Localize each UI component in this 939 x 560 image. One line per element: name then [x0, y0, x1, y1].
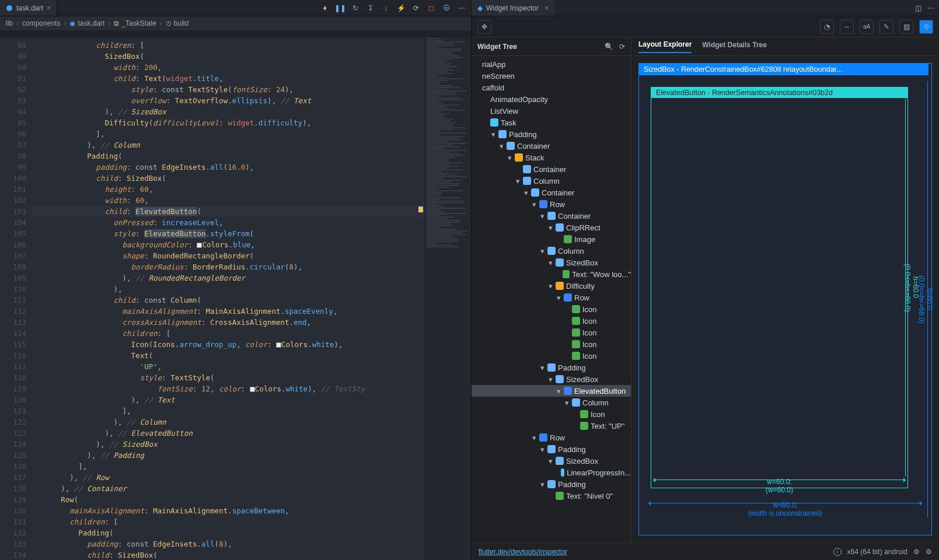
reload-icon[interactable]: ⟳	[411, 4, 421, 13]
tree-node[interactable]: ▾Padding	[472, 478, 631, 490]
tree-node[interactable]: Container	[472, 163, 631, 175]
tab-layout-explorer[interactable]: Layout Explorer	[638, 40, 692, 53]
tab-widget-details-tree[interactable]: Widget Details Tree	[702, 41, 767, 52]
baselines-icon[interactable]: aA	[860, 20, 874, 34]
layout-inner-width: w=60.0; (w=60.0)	[651, 478, 908, 494]
tree-node[interactable]: ▾Padding	[472, 362, 631, 373]
guidelines-icon[interactable]: ↔	[840, 20, 854, 34]
tree-node[interactable]: ▾Difficulty	[472, 280, 631, 292]
widget-tree[interactable]: rialAppneScreencaffoldAnimatedOpacityLis…	[472, 56, 631, 542]
tree-node[interactable]: Icon	[472, 315, 631, 327]
window-tab-bar: task.dart × ❚❚ ↻ ↧ ↓ ⚡ ⟳ ◻ ⦿ ⋯ ◆ Widget …	[0, 0, 939, 16]
restart-icon[interactable]: ↻	[351, 4, 360, 13]
inspector-footer: flutter.dev/devtools/inspector i x64 (64…	[472, 542, 939, 560]
pause-icon[interactable]: ❚❚	[336, 4, 345, 13]
tree-node[interactable]: ▾Row	[472, 432, 631, 443]
tree-node[interactable]: Icon	[472, 327, 631, 338]
tree-node[interactable]: ▾SizedBox	[472, 257, 631, 268]
stop-icon[interactable]: ◻	[427, 4, 436, 13]
inspector-tab-title: Widget Inspector	[486, 4, 539, 12]
tree-node[interactable]: Icon	[472, 350, 631, 362]
tree-node[interactable]: ▾Padding	[472, 128, 631, 140]
layout-explorer-canvas[interactable]: SizedBox - RenderConstrainedBox#62808 re…	[631, 56, 939, 542]
repaint-icon[interactable]: ✎	[879, 20, 893, 34]
footer-settings-icon[interactable]: ⚙	[913, 548, 920, 556]
settings-icon[interactable]: ⚙	[919, 20, 933, 34]
flutter-icon: ◆	[477, 4, 483, 12]
editor-tab-task[interactable]: task.dart ×	[0, 0, 57, 16]
layout-outer-width: w=60.0; (width is unconstrained)	[646, 501, 924, 517]
code-editor[interactable]: 8889909192939495969798991001011021031041…	[0, 37, 471, 560]
widget-inspector-pane: Widget Tree 🔍 ⟳ rialAppneScreencaffoldAn…	[471, 37, 939, 560]
tree-node[interactable]: AnimatedOpacity	[472, 93, 631, 105]
tree-node[interactable]: ▾SizedBox	[472, 455, 631, 467]
tree-node[interactable]: ▾Container	[472, 187, 631, 198]
tree-node[interactable]: rialApp	[472, 58, 631, 70]
tree-node[interactable]: neScreen	[472, 70, 631, 82]
hot-reload-icon[interactable]	[320, 4, 330, 13]
tree-node[interactable]: ▾Padding	[472, 443, 631, 455]
tree-node[interactable]: ▾Column	[472, 175, 631, 187]
split-editor-icon[interactable]: ◫	[915, 4, 921, 12]
layout-outer-box[interactable]: SizedBox - RenderConstrainedBox#62808 re…	[638, 63, 932, 536]
layout-outer-height: h=60.0 (0.0<=h<=68.0)	[917, 71, 934, 528]
step-over-icon[interactable]: ↧	[366, 4, 375, 13]
tree-node[interactable]: ▾Container	[472, 140, 631, 152]
flash-icon[interactable]: ⚡	[396, 4, 406, 13]
refresh-tree-icon[interactable]: ⟳	[619, 43, 625, 51]
devtools-docs-link[interactable]: flutter.dev/devtools/inspector	[479, 548, 567, 556]
slow-animations-icon[interactable]: ◔	[820, 20, 834, 34]
tree-node[interactable]: Icon	[472, 303, 631, 315]
tree-node[interactable]: ▾ClipRRect	[472, 222, 631, 233]
footer-gear-icon[interactable]: ⚙	[926, 548, 932, 556]
tree-node[interactable]: Task	[472, 117, 631, 128]
layout-outer-label: SizedBox - RenderConstrainedBox#62808 re…	[639, 64, 928, 75]
line-number-gutter: 8889909192939495969798991001011021031041…	[0, 37, 32, 560]
select-widget-mode-icon[interactable]: ✥	[477, 20, 491, 34]
svg-point-0	[6, 5, 12, 11]
tree-node[interactable]: ▾Column	[472, 397, 631, 408]
tree-node[interactable]: ▾SizedBox	[472, 373, 631, 385]
detail-tabs: Layout Explorer Widget Details Tree	[631, 37, 939, 56]
tree-node[interactable]: Text: "Wow loo..."	[472, 268, 631, 280]
breadcrumb-file[interactable]: ◉task.dart	[69, 19, 104, 27]
breadcrumb: lib › components › ◉task.dart › ⧉_TaskSt…	[0, 16, 471, 30]
tree-node[interactable]: ▾ElevatedButton	[472, 385, 631, 397]
target-platform: x64 (64 bit) android	[847, 548, 907, 556]
breadcrumb-class[interactable]: ⧉_TaskState	[114, 19, 156, 27]
tree-node[interactable]: Icon	[472, 408, 631, 420]
tree-node[interactable]: Icon	[472, 338, 631, 350]
close-inspector-icon[interactable]: ×	[544, 4, 549, 12]
tree-node[interactable]: ▾Row	[472, 198, 631, 210]
tree-node[interactable]: ListView	[472, 105, 631, 117]
dart-file-icon	[6, 5, 13, 12]
widget-tree-title: Widget Tree	[477, 43, 517, 51]
tree-node[interactable]: Image	[472, 233, 631, 245]
layout-inner-box[interactable]: ElevatedButton - RenderSemanticsAnnotati…	[651, 87, 908, 488]
tree-node[interactable]: caffold	[472, 82, 631, 93]
tree-node[interactable]: ▾Stack	[472, 152, 631, 163]
inspect-icon[interactable]: ⦿	[442, 4, 451, 13]
more-icon[interactable]: ⋯	[457, 4, 466, 13]
inspector-tab[interactable]: ◆ Widget Inspector ×	[472, 0, 554, 16]
step-into-icon[interactable]: ↓	[381, 4, 390, 13]
breadcrumb-components[interactable]: components	[22, 19, 60, 27]
tree-node[interactable]: Text: "Nivel 0"	[472, 490, 631, 502]
code-content[interactable]: children: [ SizedBox( width: 200, child:…	[32, 37, 471, 560]
info-icon[interactable]: i	[833, 548, 842, 556]
breadcrumb-method[interactable]: ⊙build	[166, 19, 189, 27]
tree-node[interactable]: ▾Container	[472, 210, 631, 222]
minimap[interactable]	[424, 37, 471, 560]
bookmark-icon	[418, 206, 423, 212]
tree-node[interactable]: LinearProgressIn...	[472, 467, 631, 478]
invert-images-icon[interactable]: ▧	[899, 20, 913, 34]
search-icon[interactable]: 🔍	[605, 43, 613, 51]
tree-node[interactable]: Text: "UP"	[472, 420, 631, 432]
run-toolbar: ❚❚ ↻ ↧ ↓ ⚡ ⟳ ◻ ⦿ ⋯	[316, 4, 471, 13]
layout-inner-label: ElevatedButton - RenderSemanticsAnnotati…	[651, 88, 907, 98]
close-tab-icon[interactable]: ×	[47, 4, 51, 12]
tree-node[interactable]: ▾Column	[472, 245, 631, 257]
more-actions-icon[interactable]: ⋯	[927, 4, 934, 12]
breadcrumb-lib[interactable]: lib	[6, 19, 13, 27]
tree-node[interactable]: ▾Row	[472, 292, 631, 303]
